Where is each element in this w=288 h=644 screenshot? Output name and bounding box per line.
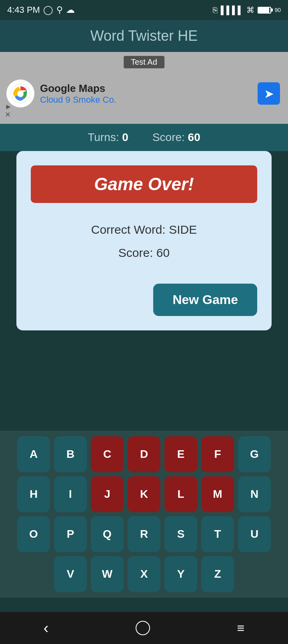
- ad-play-icon[interactable]: ►: [5, 103, 12, 110]
- key-o[interactable]: O: [17, 516, 50, 552]
- key-k[interactable]: K: [128, 476, 160, 512]
- key-d[interactable]: D: [128, 436, 160, 472]
- ad-label: Test Ad: [124, 56, 164, 68]
- key-x[interactable]: X: [128, 556, 160, 592]
- key-n[interactable]: N: [238, 476, 271, 512]
- status-bar-right: ⎘ ▌▌▌▌ ⌘ 90: [213, 5, 281, 15]
- menu-button[interactable]: ≡: [237, 621, 245, 636]
- status-bar-left: 4:43 PM ◯ ⚲ ☁: [7, 5, 75, 15]
- key-h[interactable]: H: [17, 476, 50, 512]
- key-y[interactable]: Y: [164, 556, 197, 592]
- key-e[interactable]: E: [164, 436, 197, 472]
- key-b[interactable]: B: [54, 436, 87, 472]
- svg-point-1: [17, 91, 24, 97]
- key-q[interactable]: Q: [91, 516, 124, 552]
- correct-word-display: Correct Word: SIDE: [91, 223, 197, 237]
- key-p[interactable]: P: [54, 516, 87, 552]
- ad-navigate-icon[interactable]: ➤: [258, 82, 280, 105]
- ad-company-name: Google Maps: [40, 82, 116, 95]
- keyboard-area: ABCDEFGHIJKLMNOPQRSTUVWXYZ: [0, 431, 288, 598]
- modal-overlay: Game Over! Correct Word: SIDE Score: 60 …: [0, 151, 288, 427]
- score-display: Score: 60: [152, 131, 200, 144]
- back-button[interactable]: ‹: [44, 620, 49, 637]
- keyboard-row: HIJKLMN: [4, 476, 284, 512]
- ad-banner[interactable]: Test Ad Google Maps Cloud 9 Smoke Co. ➤ …: [0, 52, 288, 124]
- battery-level: 90: [274, 7, 281, 13]
- cloud-icon: ☁: [66, 5, 75, 15]
- battery-icon: [258, 7, 271, 14]
- key-f[interactable]: F: [201, 436, 234, 472]
- signal-icon: ▌▌▌▌: [221, 6, 244, 15]
- bottom-navigation: ‹ ≡: [0, 612, 288, 644]
- key-i[interactable]: I: [54, 476, 87, 512]
- game-over-modal: Game Over! Correct Word: SIDE Score: 60 …: [16, 151, 272, 330]
- key-c[interactable]: C: [91, 436, 124, 472]
- key-u[interactable]: U: [238, 516, 271, 552]
- key-w[interactable]: W: [91, 556, 124, 592]
- home-button[interactable]: [136, 621, 150, 635]
- usb-icon: ⚲: [56, 5, 63, 15]
- key-j[interactable]: J: [91, 476, 124, 512]
- key-l[interactable]: L: [164, 476, 197, 512]
- wifi-icon: ⌘: [246, 5, 254, 15]
- key-a[interactable]: A: [17, 436, 50, 472]
- status-bar: 4:43 PM ◯ ⚲ ☁ ⎘ ▌▌▌▌ ⌘ 90: [0, 0, 288, 20]
- game-over-text: Game Over!: [94, 174, 194, 194]
- ad-close-icon[interactable]: ✕: [5, 111, 12, 118]
- key-s[interactable]: S: [164, 516, 197, 552]
- app-title: Word Twister HE: [90, 28, 198, 44]
- app-header: Word Twister HE: [0, 20, 288, 52]
- vibrate-icon: ⎘: [213, 6, 218, 15]
- game-over-banner: Game Over!: [31, 165, 257, 203]
- score-bar: Turns: 0 Score: 60: [0, 124, 288, 151]
- key-t[interactable]: T: [201, 516, 234, 552]
- key-z[interactable]: Z: [201, 556, 234, 592]
- key-v[interactable]: V: [54, 556, 87, 592]
- final-score-display: Score: 60: [118, 246, 170, 260]
- ad-sub-text: Cloud 9 Smoke Co.: [40, 95, 116, 105]
- turns-display: Turns: 0: [88, 131, 128, 144]
- keyboard-row: OPQRSTU: [4, 516, 284, 552]
- key-m[interactable]: M: [201, 476, 234, 512]
- keyboard-row: ABCDEFG: [4, 436, 284, 472]
- whatsapp-icon: ◯: [43, 5, 53, 15]
- key-g[interactable]: G: [238, 436, 271, 472]
- time-display: 4:43 PM: [7, 5, 40, 15]
- ad-text: Google Maps Cloud 9 Smoke Co.: [40, 82, 116, 105]
- keyboard-row: VWXYZ: [4, 556, 284, 592]
- key-r[interactable]: R: [128, 516, 160, 552]
- new-game-button[interactable]: New Game: [153, 284, 257, 316]
- ad-controls: ► ✕: [5, 103, 12, 118]
